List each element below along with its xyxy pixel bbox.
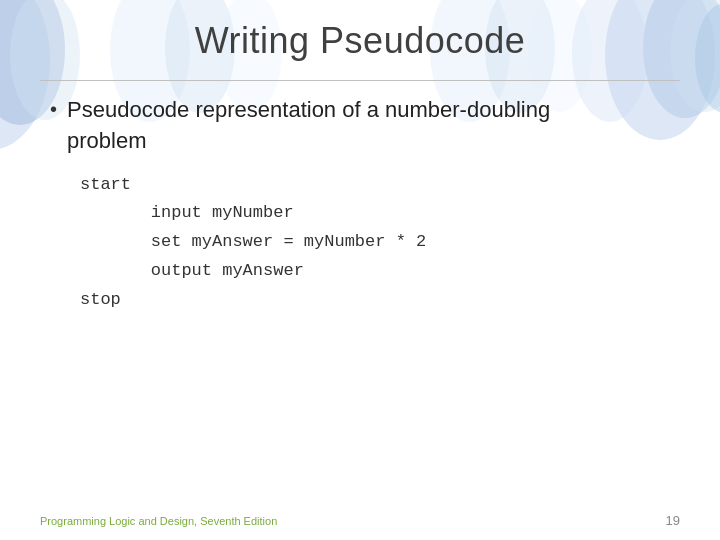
title-divider [40, 80, 680, 81]
title-area: Writing Pseudocode [0, 20, 720, 62]
code-block: start input myNumber set myAnswer = myNu… [80, 171, 670, 315]
bullet-text: Pseudocode representation of a number-do… [67, 95, 550, 157]
content-area: • Pseudocode representation of a number-… [50, 95, 670, 490]
code-line-input: input myNumber [80, 199, 670, 228]
footer-copyright: Programming Logic and Design, Seventh Ed… [40, 515, 277, 527]
bullet-dot: • [50, 95, 57, 123]
bullet-item: • Pseudocode representation of a number-… [50, 95, 670, 157]
slide: Writing Pseudocode • Pseudocode represen… [0, 0, 720, 540]
code-line-output: output myAnswer [80, 257, 670, 286]
footer-page-number: 19 [666, 513, 680, 528]
footer: Programming Logic and Design, Seventh Ed… [40, 513, 680, 528]
code-line-start: start [80, 171, 670, 200]
slide-title: Writing Pseudocode [0, 20, 720, 62]
code-line-stop: stop [80, 286, 670, 315]
code-line-set: set myAnswer = myNumber * 2 [80, 228, 670, 257]
